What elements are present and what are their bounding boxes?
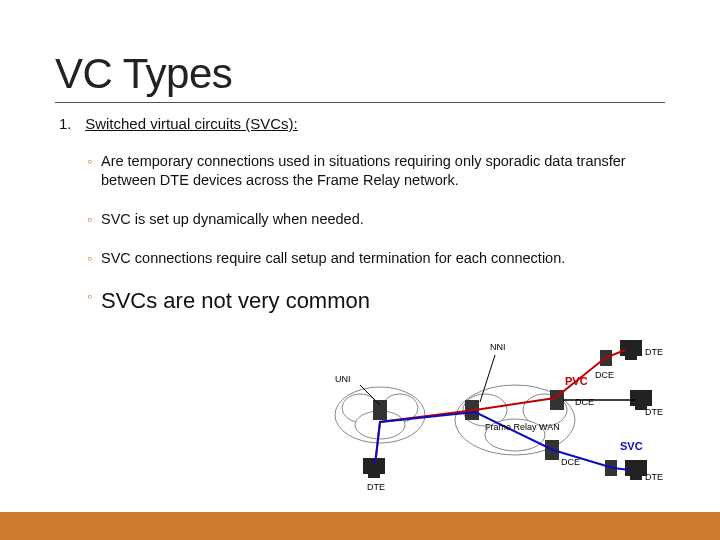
title-rule [55, 102, 665, 103]
wan-label: Frame Relay WAN [485, 422, 560, 432]
uni-label: UNI [335, 374, 351, 384]
slide: VC Types 1. Switched virtual circuits (S… [0, 0, 720, 540]
svg-rect-9 [625, 356, 637, 360]
monitor-icon [363, 458, 385, 478]
dce-label: DCE [595, 370, 614, 380]
list-item-heading: 1. Switched virtual circuits (SVCs): [59, 115, 665, 132]
dce-icon [373, 400, 387, 420]
bullet-3: SVC connections require call setup and t… [87, 249, 665, 268]
nni-label: NNI [490, 342, 506, 352]
bullet-4: SVCs are not very common [87, 287, 665, 316]
sub-list: Are temporary connections used in situat… [87, 152, 665, 316]
network-diagram: UNI NNI PVC SVC DCE DCE DCE DTE DTE DTE … [325, 330, 665, 500]
dte-label: DTE [645, 472, 663, 482]
list-heading-text: Switched virtual circuits (SVCs): [85, 115, 298, 132]
dte-label: DTE [645, 407, 663, 417]
pvc-label: PVC [565, 375, 588, 387]
dte-label: DTE [367, 482, 385, 492]
dte-label: DTE [645, 347, 663, 357]
svg-rect-13 [630, 476, 642, 480]
svg-rect-14 [363, 458, 385, 474]
dce-label: DCE [575, 397, 594, 407]
footer-accent-bar [0, 512, 720, 540]
svg-rect-15 [368, 474, 380, 478]
diagram-svg: UNI NNI PVC SVC DCE DCE DCE DTE DTE DTE … [325, 330, 665, 500]
page-title: VC Types [55, 50, 665, 98]
svc-label: SVC [620, 440, 643, 452]
bullet-1: Are temporary connections used in situat… [87, 152, 665, 190]
svg-rect-12 [625, 460, 647, 476]
dce-label: DCE [561, 457, 580, 467]
list-number: 1. [59, 115, 81, 132]
svg-rect-8 [620, 340, 642, 356]
svg-rect-10 [630, 390, 652, 406]
bullet-2: SVC is set up dynamically when needed. [87, 210, 665, 229]
